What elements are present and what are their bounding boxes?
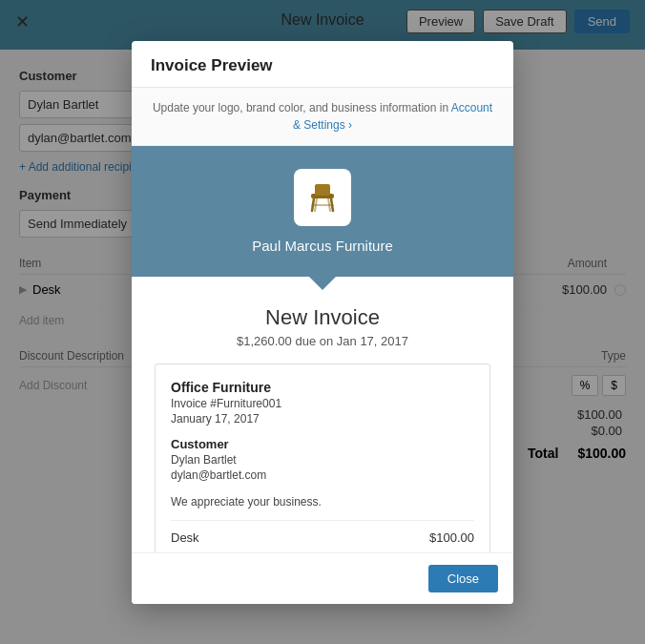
hint-text: Update your logo, brand color, and busin… (153, 101, 448, 114)
modal-body: Update your logo, brand color, and busin… (132, 88, 513, 552)
detail-divider (171, 520, 474, 521)
detail-invoice-number: Invoice #Furniture001 (171, 397, 474, 410)
company-logo (294, 169, 351, 226)
modal-footer: Close (132, 552, 513, 604)
triangle-pointer (309, 277, 336, 290)
detail-date: January 17, 2017 (171, 412, 474, 426)
detail-customer-email: dylan@bartlet.com (171, 468, 474, 482)
modal-title: Invoice Preview (151, 56, 273, 74)
detail-customer-label: Customer (171, 437, 474, 451)
invoice-due: $1,260.00 due on Jan 17, 2017 (151, 334, 494, 348)
invoice-details-box: Office Furniture Invoice #Furniture001 J… (155, 364, 490, 552)
chair-svg (302, 177, 343, 218)
detail-appreciate: We appreciate your business. (171, 495, 474, 509)
svg-rect-1 (315, 184, 330, 196)
modal-header: Invoice Preview (132, 41, 513, 88)
close-button[interactable]: Close (428, 565, 498, 592)
banner-company-name: Paul Marcus Furniture (252, 238, 393, 254)
invoice-preview-modal: Invoice Preview Update your logo, brand … (132, 41, 513, 604)
invoice-title: New Invoice (151, 305, 494, 330)
detail-customer-name: Dylan Bartlet (171, 453, 474, 467)
invoice-banner: Paul Marcus Furniture (132, 146, 513, 277)
detail-line-item: Desk $100.00 (171, 530, 474, 545)
modal-overlay: Invoice Preview Update your logo, brand … (0, 0, 645, 644)
line-item-name: Desk (171, 530, 199, 545)
invoice-content: New Invoice $1,260.00 due on Jan 17, 201… (132, 290, 513, 552)
line-item-amount: $100.00 (429, 530, 474, 545)
modal-hint: Update your logo, brand color, and busin… (132, 88, 513, 146)
detail-company: Office Furniture (171, 380, 474, 395)
